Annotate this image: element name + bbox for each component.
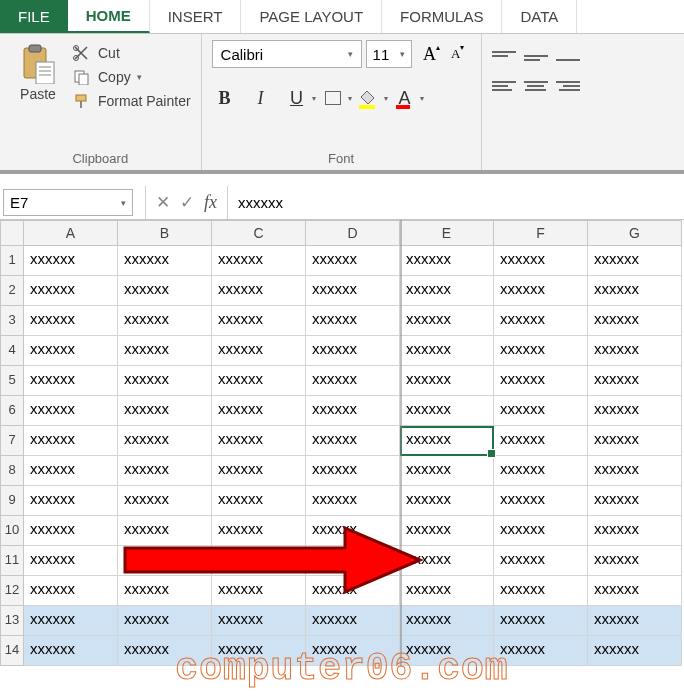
cell[interactable]: xxxxxx bbox=[118, 306, 212, 336]
cell[interactable]: xxxxxx bbox=[588, 516, 682, 546]
tab-data[interactable]: DATA bbox=[502, 0, 577, 33]
cell[interactable]: xxxxxx bbox=[118, 456, 212, 486]
cell[interactable]: xxxxxx bbox=[400, 486, 494, 516]
cell[interactable]: xxxxxx bbox=[118, 336, 212, 366]
cell[interactable]: xxxxxx bbox=[24, 306, 118, 336]
row-header[interactable]: 2 bbox=[0, 276, 24, 306]
col-header[interactable]: A bbox=[24, 220, 118, 246]
cell[interactable]: xxxxxx bbox=[212, 516, 306, 546]
cell[interactable]: xxxxxx bbox=[494, 396, 588, 426]
cell[interactable]: xxxxxx bbox=[24, 606, 118, 636]
cell[interactable]: xxxxxx bbox=[118, 276, 212, 306]
fill-color-button[interactable]: ▾ bbox=[356, 86, 382, 110]
align-top-button[interactable] bbox=[492, 46, 516, 66]
cell[interactable]: xxxxxx bbox=[400, 576, 494, 606]
cell[interactable]: xxxxxx bbox=[306, 426, 400, 456]
tab-insert[interactable]: INSERT bbox=[150, 0, 242, 33]
cell[interactable]: xxxxxx bbox=[212, 396, 306, 426]
cell[interactable]: xxxxxx bbox=[588, 486, 682, 516]
col-header[interactable]: F bbox=[494, 220, 588, 246]
tab-page-layout[interactable]: PAGE LAYOUT bbox=[241, 0, 382, 33]
cell[interactable]: xxxxxx bbox=[588, 276, 682, 306]
cell[interactable]: xxxxxx bbox=[118, 486, 212, 516]
row-header[interactable]: 1 bbox=[0, 246, 24, 276]
cell[interactable]: xxxxxx bbox=[24, 426, 118, 456]
cell[interactable]: xxxxxx bbox=[24, 456, 118, 486]
cell[interactable]: xxxxxx bbox=[306, 576, 400, 606]
cell[interactable]: xxxxxx bbox=[24, 636, 118, 666]
cell[interactable]: xxxxxx bbox=[118, 426, 212, 456]
cell[interactable]: xxxxxx bbox=[24, 516, 118, 546]
cell[interactable]: xxxxxx bbox=[212, 546, 306, 576]
tab-home[interactable]: HOME bbox=[68, 0, 150, 33]
row-header[interactable]: 6 bbox=[0, 396, 24, 426]
cell[interactable]: xxxxxx bbox=[400, 546, 494, 576]
cell[interactable]: xxxxxx bbox=[24, 546, 118, 576]
cell[interactable]: xxxxxx bbox=[118, 366, 212, 396]
paste-button[interactable]: Paste bbox=[10, 40, 66, 148]
cell[interactable]: xxxxxx bbox=[212, 486, 306, 516]
cell[interactable]: xxxxxx bbox=[118, 396, 212, 426]
cell[interactable]: xxxxxx bbox=[400, 246, 494, 276]
align-right-button[interactable] bbox=[556, 76, 580, 96]
cell[interactable]: xxxxxx bbox=[24, 366, 118, 396]
cell[interactable]: xxxxxx bbox=[494, 366, 588, 396]
cell[interactable]: xxxxxx bbox=[494, 246, 588, 276]
row-header[interactable]: 12 bbox=[0, 576, 24, 606]
col-header[interactable]: G bbox=[588, 220, 682, 246]
row-header[interactable]: 4 bbox=[0, 336, 24, 366]
cell[interactable]: xxxxxx bbox=[494, 456, 588, 486]
col-header[interactable]: C bbox=[212, 220, 306, 246]
cell[interactable]: xxxxxx bbox=[494, 486, 588, 516]
row-header[interactable]: 8 bbox=[0, 456, 24, 486]
tab-formulas[interactable]: FORMULAS bbox=[382, 0, 502, 33]
enter-button[interactable]: ✓ bbox=[180, 192, 194, 213]
align-left-button[interactable] bbox=[492, 76, 516, 96]
row-header[interactable]: 5 bbox=[0, 366, 24, 396]
cell[interactable]: xxxxxx bbox=[118, 246, 212, 276]
cell[interactable]: xxxxxx bbox=[588, 336, 682, 366]
cell[interactable]: xxxxxx bbox=[24, 336, 118, 366]
cell[interactable]: xxxxxx bbox=[588, 636, 682, 666]
col-header[interactable]: D bbox=[306, 220, 400, 246]
cell[interactable]: xxxxxx bbox=[212, 276, 306, 306]
font-color-button[interactable]: A▾ bbox=[392, 86, 418, 110]
cell[interactable]: xxxxxx bbox=[306, 336, 400, 366]
cell[interactable]: xxxxxx bbox=[400, 336, 494, 366]
align-center-button[interactable] bbox=[524, 76, 548, 96]
shrink-font-button[interactable]: A▾ bbox=[446, 42, 470, 66]
cell[interactable]: xxxxxx bbox=[588, 366, 682, 396]
cell[interactable]: xxxxxx bbox=[494, 426, 588, 456]
cell[interactable]: xxxxxx bbox=[494, 516, 588, 546]
copy-button[interactable]: Copy ▾ bbox=[72, 68, 191, 86]
select-all-corner[interactable] bbox=[0, 220, 24, 246]
cell[interactable]: xxxxxx bbox=[118, 516, 212, 546]
cell[interactable]: xxxxxx bbox=[306, 456, 400, 486]
cell[interactable]: xxxxxx bbox=[118, 546, 212, 576]
fx-button[interactable]: fx bbox=[204, 192, 217, 213]
col-header[interactable]: B bbox=[118, 220, 212, 246]
row-header[interactable]: 3 bbox=[0, 306, 24, 336]
cell[interactable]: xxxxxx bbox=[588, 576, 682, 606]
cut-button[interactable]: Cut bbox=[72, 44, 191, 62]
cell[interactable]: xxxxxx bbox=[588, 396, 682, 426]
cell[interactable]: xxxxxx bbox=[494, 606, 588, 636]
cell[interactable]: xxxxxx bbox=[24, 576, 118, 606]
row-header[interactable]: 14 bbox=[0, 636, 24, 666]
cell[interactable]: xxxxxx bbox=[306, 546, 400, 576]
name-box[interactable]: E7 ▾ bbox=[3, 189, 133, 216]
cell[interactable]: xxxxxx bbox=[306, 396, 400, 426]
cell[interactable]: xxxxxx bbox=[306, 366, 400, 396]
cell[interactable]: xxxxxx bbox=[588, 546, 682, 576]
font-name-dropdown[interactable]: Calibri ▾ bbox=[212, 40, 362, 68]
cell[interactable]: xxxxxx bbox=[494, 336, 588, 366]
cell[interactable]: xxxxxx bbox=[306, 486, 400, 516]
cell[interactable]: xxxxxx bbox=[588, 306, 682, 336]
cell[interactable]: xxxxxx bbox=[24, 396, 118, 426]
col-header[interactable]: E bbox=[400, 220, 494, 246]
italic-button[interactable]: I bbox=[248, 86, 274, 110]
cell[interactable]: xxxxxx bbox=[306, 606, 400, 636]
cell[interactable]: xxxxxx bbox=[400, 426, 494, 456]
row-header[interactable]: 10 bbox=[0, 516, 24, 546]
cell[interactable]: xxxxxx bbox=[24, 486, 118, 516]
